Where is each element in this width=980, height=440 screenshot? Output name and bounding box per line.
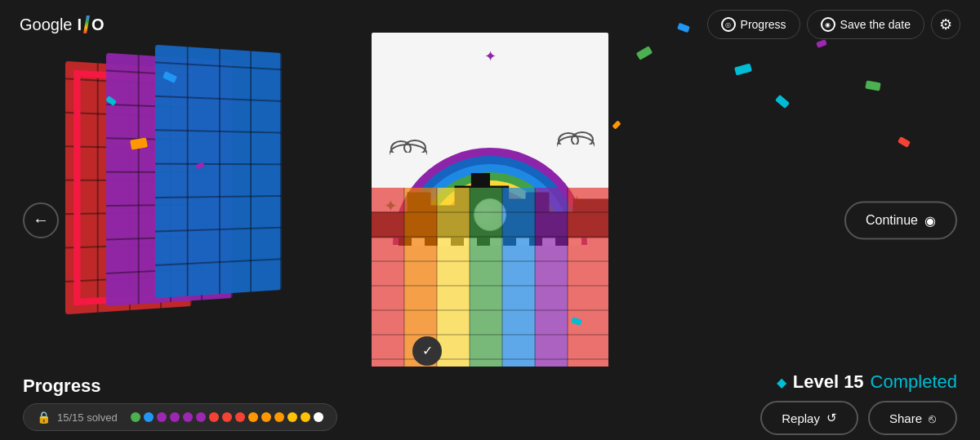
confetti-piece-5 [865, 81, 880, 91]
dot-5 [183, 412, 193, 422]
svg-rect-21 [558, 144, 594, 153]
confetti-piece-7 [612, 120, 621, 129]
share-button[interactable]: Share ⎋ [868, 401, 957, 435]
progress-icon: ◎ [721, 17, 736, 32]
svg-rect-25 [470, 188, 502, 376]
replay-button[interactable]: Replay ↺ [760, 401, 858, 435]
progress-button[interactable]: ◎ Progress [707, 10, 800, 39]
continue-label: Continue [866, 213, 918, 228]
dots-container [131, 412, 323, 422]
dot-11 [261, 412, 271, 422]
cloud-right [554, 127, 599, 156]
save-date-label: Save the date [840, 18, 911, 31]
dot-10 [248, 412, 258, 422]
logo: Google I O [20, 16, 105, 34]
settings-button[interactable]: ⚙ [931, 10, 960, 39]
solved-text: 15/15 solved [57, 411, 118, 424]
header: Google I O ◎ Progress ◉ Save the date ⚙ [0, 0, 980, 49]
dot-6 [196, 412, 206, 422]
right-section: ◆ Level 15 Completed Replay ↺ Share ⎋ [760, 371, 957, 435]
confetti-piece-3 [775, 95, 790, 109]
confetti-piece-6 [898, 136, 911, 148]
cloud-left [386, 135, 431, 164]
back-button[interactable]: ← [23, 202, 59, 238]
eye-icon: ◉ [924, 212, 936, 228]
lock-icon: 🔒 [37, 411, 51, 424]
dot-14 [301, 412, 310, 422]
save-date-icon: ◉ [821, 17, 835, 32]
dot-15 [314, 412, 323, 422]
share-icon: ⎋ [929, 411, 936, 425]
diamond-icon: ◆ [777, 375, 786, 390]
logo-io: I O [78, 16, 105, 34]
share-label: Share [889, 411, 922, 425]
checkmark-badge: ✓ [412, 336, 442, 366]
dot-12 [274, 412, 284, 422]
dot-2 [144, 412, 154, 422]
confetti-piece-2 [734, 64, 752, 76]
dot-4 [170, 412, 180, 422]
action-buttons: Replay ↺ Share ⎋ [760, 401, 957, 435]
layered-panels [65, 49, 327, 359]
completed-text: Completed [871, 371, 957, 393]
svg-rect-17 [390, 153, 426, 161]
level-completed: ◆ Level 15 Completed [777, 371, 957, 393]
dot-9 [235, 412, 245, 422]
continue-button[interactable]: Continue ◉ [844, 201, 957, 239]
artwork-image: ✦ [372, 33, 608, 376]
floor-area [372, 187, 608, 376]
replay-label: Replay [782, 411, 820, 425]
replay-icon: ↺ [826, 411, 837, 425]
star-purple-icon: ✦ [484, 47, 497, 65]
progress-title: Progress [23, 376, 337, 397]
svg-rect-27 [535, 188, 568, 376]
progress-label: Progress [741, 18, 786, 31]
main-area: ← Continue ◉ ✦ [0, 0, 980, 440]
logo-slash [83, 16, 90, 33]
save-date-button[interactable]: ◉ Save the date [807, 10, 924, 39]
svg-rect-28 [568, 188, 608, 376]
progress-bar: 🔒 15/15 solved [23, 403, 337, 431]
svg-rect-24 [437, 188, 470, 376]
svg-rect-26 [502, 188, 535, 376]
svg-rect-22 [372, 188, 404, 376]
gear-icon: ⚙ [939, 16, 952, 33]
back-arrow-icon: ← [33, 211, 49, 229]
dot-3 [157, 412, 167, 422]
bottom-section: Progress 🔒 15/15 solved ◆ Level 15 Compl… [0, 367, 980, 440]
dot-8 [222, 412, 232, 422]
progress-section: Progress 🔒 15/15 solved [23, 376, 337, 431]
level-number: Level 15 [793, 371, 864, 393]
center-artwork: ✦ [372, 33, 608, 376]
dot-13 [287, 412, 297, 422]
header-nav: ◎ Progress ◉ Save the date ⚙ [707, 10, 960, 39]
logo-google: Google [20, 16, 73, 34]
dot-1 [131, 412, 140, 422]
dot-7 [209, 412, 219, 422]
